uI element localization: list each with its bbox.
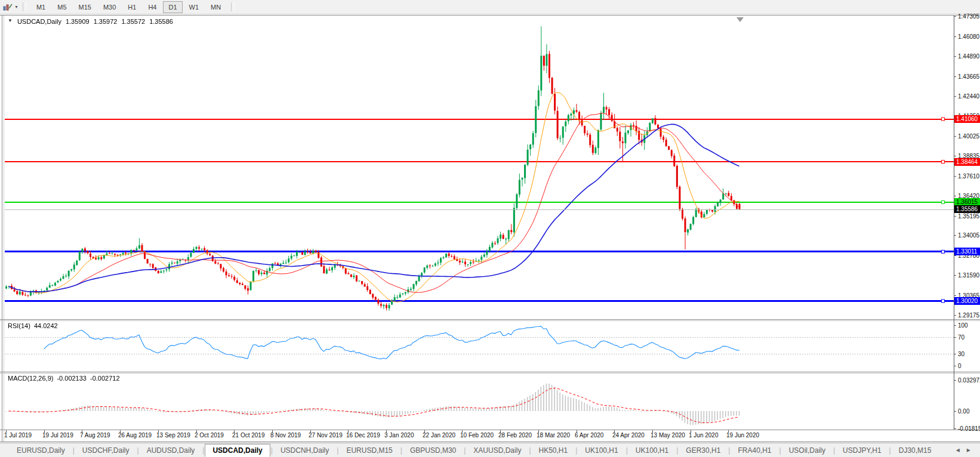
tab-eurusd-daily[interactable]: EURUSD,Daily (10, 444, 72, 456)
tab-xauusd-daily[interactable]: XAUUSD,Daily (466, 444, 528, 456)
ohlc-high: 1.35972 (94, 18, 118, 25)
macd-pane-separator[interactable] (0, 372, 980, 372)
date-axis-label: 22 Jan 2020 (423, 432, 455, 439)
price-axis-tick (954, 255, 956, 256)
dropdown-caret-icon[interactable]: ▼ (14, 5, 19, 9)
date-axis-label: 8 Nov 2019 (270, 432, 301, 439)
price-axis-label: 1.40025 (958, 133, 979, 140)
timeframe-button-m30[interactable]: M30 (98, 1, 121, 13)
rsi-axis-label: 30 (958, 351, 964, 357)
timeframe-button-mn[interactable]: MN (205, 1, 226, 13)
date-axis-label: 16 Dec 2019 (346, 432, 380, 439)
tab-uk100-h1[interactable]: UK100,H1 (578, 444, 625, 456)
price-axis-label: 1.31590 (958, 272, 979, 279)
rsi-axis-tick (954, 325, 956, 326)
timeframe-button-w1[interactable]: W1 (184, 1, 205, 13)
rsi-axis-tick (954, 366, 956, 366)
rsi-axis-tick (954, 354, 956, 354)
date-axis-label: 10 Feb 2020 (460, 432, 494, 439)
tab-usdcnh-daily[interactable]: USDCNH,Daily (273, 444, 336, 456)
date-axis-label: 19 Jun 2020 (726, 432, 759, 439)
rsi-axis-tick (954, 337, 956, 338)
chart-window-left-border-inner (4, 16, 4, 441)
tab-gbpusd-m30[interactable]: GBPUSD,M30 (403, 444, 463, 456)
date-axis-label: 28 Feb 2020 (498, 432, 532, 439)
date-axis-border (0, 430, 980, 430)
chart-symbol-label: USDCAD,Daily (17, 18, 61, 25)
rsi-axis-label: 70 (958, 334, 964, 341)
rsi-axis-label: 100 (958, 322, 968, 329)
timeframe-button-d1[interactable]: D1 (163, 1, 182, 13)
hline-price-tag-1.30020[interactable]: 1.30020 (954, 297, 980, 305)
hline-price-tag-1.38464[interactable]: 1.38464 (954, 158, 980, 166)
tab-hk50-h1[interactable]: HK50,H1 (532, 444, 575, 456)
rsi-value: 44.0242 (34, 322, 58, 329)
macd-axis-tick (954, 428, 956, 429)
price-axis-tick (954, 315, 956, 316)
timeframe-button-h4[interactable]: H4 (143, 1, 162, 13)
tab-usdjpy-h1[interactable]: USDJPY,H1 (836, 444, 888, 456)
rsi-pane-canvas[interactable] (5, 321, 954, 372)
timeframe-button-group: M1M5M15M30H1H4D1W1MN (30, 1, 227, 13)
date-axis-label: 7 Aug 2019 (80, 432, 110, 439)
price-axis-tick (954, 295, 956, 296)
timeframe-button-m1[interactable]: M1 (31, 1, 51, 13)
price-axis-label: 1.46080 (958, 33, 979, 40)
price-axis-line (954, 16, 954, 430)
chart-profile-icon[interactable]: ▼ (3, 3, 19, 11)
macd-value: -0.002133 (57, 375, 87, 382)
tab-scroll-left-icon[interactable]: ◀ (956, 447, 960, 453)
rsi-pane-separator[interactable] (0, 319, 980, 320)
tab-uk100-h1[interactable]: UK100,H1 (628, 444, 676, 456)
tab-scroll-right-icon[interactable]: ▶ (967, 447, 970, 453)
date-axis-label: 1 Jul 2019 (4, 432, 32, 439)
date-axis-label: 27 Nov 2019 (309, 432, 343, 439)
price-axis-tick (954, 76, 956, 77)
macd-axis-label: -0.018154 (958, 425, 980, 432)
rsi-label: RSI(14) (8, 322, 30, 329)
hline-price-tag-1.33011[interactable]: 1.33011 (954, 248, 980, 255)
timeframe-button-m5[interactable]: M5 (52, 1, 72, 13)
price-axis-label: 1.29175 (958, 312, 979, 319)
price-axis-tick (954, 96, 956, 97)
date-axis-label: 26 Aug 2019 (118, 432, 152, 439)
macd-axis-label: 0.032972 (958, 377, 980, 384)
tab-audusd-daily[interactable]: AUDUSD,Daily (140, 444, 202, 456)
tab-usoil-daily[interactable]: USOil,Daily (782, 444, 833, 456)
price-axis-label: 1.37610 (958, 173, 979, 180)
date-axis-label: 24 Apr 2020 (612, 432, 645, 439)
collapse-triangle-icon[interactable]: ▼ (8, 18, 13, 25)
price-axis-tick (954, 136, 956, 137)
price-axis-tick (954, 216, 956, 217)
price-axis-tick (954, 235, 956, 236)
timeframe-button-h1[interactable]: H1 (122, 1, 141, 13)
hline-price-tag-1.41060[interactable]: 1.41060 (954, 115, 980, 123)
macd-pane-canvas[interactable] (5, 373, 954, 430)
top-toolbar: ▼ M1M5M15M30H1H4D1W1MN (0, 0, 980, 14)
price-axis-tick (954, 176, 956, 177)
tab-usdchf-daily[interactable]: USDCHF,Daily (75, 444, 137, 456)
tab-dj30-m15[interactable]: DJ30,M15 (892, 444, 939, 456)
timeframe-button-m15[interactable]: M15 (73, 1, 97, 13)
ohlc-open: 1.35909 (66, 18, 90, 25)
price-axis-tick (954, 275, 956, 276)
macd-axis-tick (954, 380, 956, 381)
tab-usdcad-daily[interactable]: USDCAD,Daily (205, 444, 270, 457)
price-axis-tick (954, 16, 956, 17)
price-axis-label: 1.44890 (958, 53, 979, 60)
toolbar-grip-2 (231, 2, 235, 11)
date-axis-label: 13 Sep 2019 (156, 432, 190, 439)
price-pane-canvas[interactable] (5, 16, 954, 319)
price-axis-label: 1.47305 (958, 13, 979, 20)
tab-ger30-h1[interactable]: GER30,H1 (679, 444, 728, 456)
date-axis-label: 13 May 2020 (651, 432, 685, 439)
tab-fra40-h1[interactable]: FRA40,H1 (731, 444, 778, 456)
date-axis-label: 19 Jul 2019 (42, 432, 73, 439)
tab-eurusd-m15[interactable]: EURUSD,M15 (339, 444, 399, 456)
price-axis-label: 1.35195 (958, 213, 979, 220)
date-axis-label: 18 Mar 2020 (537, 432, 570, 439)
macd-axis-label: 0.00 (958, 408, 969, 415)
ohlc-low: 1.35572 (121, 18, 145, 25)
chart-ohlc-header: ▼ USDCAD,Daily 1.35909 1.35972 1.35572 1… (8, 18, 173, 25)
macd-pane-header: MACD(12,26,9) -0.002133 -0.002712 (8, 375, 120, 382)
